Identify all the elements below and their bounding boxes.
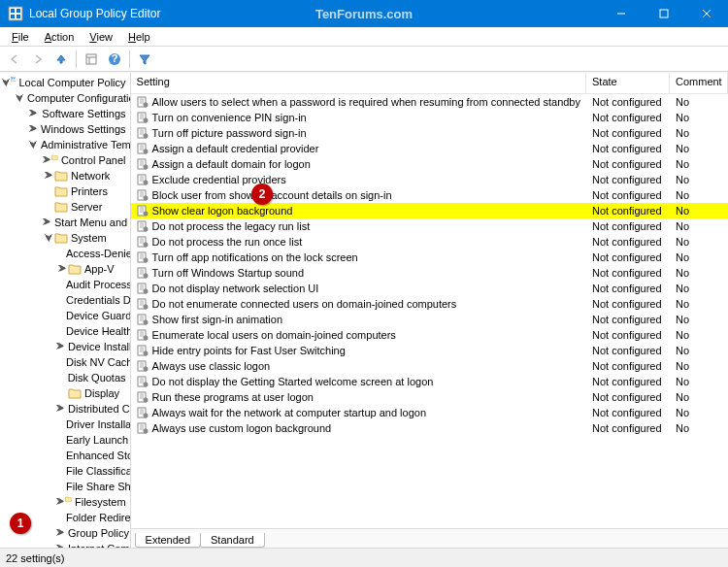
tree-node[interactable]: ▷Device Health Attestation Service bbox=[56, 323, 130, 339]
expand-toggle[interactable]: ⮞ bbox=[56, 342, 65, 351]
expand-toggle[interactable]: ⮞ bbox=[43, 155, 51, 165]
tree-node[interactable]: ⮞Internet Communication Management bbox=[56, 541, 130, 548]
collapse-toggle[interactable]: ⮟ bbox=[16, 93, 24, 103]
svg-rect-16 bbox=[14, 78, 15, 79]
tree-node[interactable]: ▷Driver Installation bbox=[56, 417, 130, 432]
column-setting[interactable]: Setting bbox=[131, 73, 586, 93]
setting-comment: No bbox=[670, 236, 728, 248]
column-state[interactable]: State bbox=[586, 73, 670, 93]
setting-row[interactable]: Assign a default domain for logonNot con… bbox=[131, 156, 728, 172]
menu-help[interactable]: Help bbox=[120, 29, 158, 45]
forward-button[interactable] bbox=[27, 49, 49, 70]
tree-node[interactable]: ▷Printers bbox=[43, 183, 130, 199]
expand-toggle[interactable]: ⮞ bbox=[56, 497, 65, 507]
setting-row[interactable]: Do not process the run once listNot conf… bbox=[131, 234, 728, 250]
tree-node[interactable]: ⮞Software Settings bbox=[29, 106, 130, 121]
help-toolbar-button[interactable]: ? bbox=[104, 49, 125, 70]
tree-node[interactable]: ▷File Classification Infrastructure bbox=[56, 463, 130, 479]
setting-row[interactable]: Do not display network selection UINot c… bbox=[131, 281, 728, 296]
tab-extended[interactable]: Extended bbox=[135, 533, 201, 548]
minimize-button[interactable] bbox=[600, 0, 643, 27]
setting-row[interactable]: Hide entry points for Fast User Switchin… bbox=[131, 343, 728, 358]
setting-name: Do not process the legacy run list bbox=[152, 220, 311, 232]
menu-view[interactable]: View bbox=[82, 29, 120, 45]
tree-pane[interactable]: ⮟Local Computer Policy⮟Computer Configur… bbox=[0, 73, 131, 548]
tree-node-label: Computer Configuration bbox=[27, 92, 131, 104]
setting-row[interactable]: Enumerate local users on domain-joined c… bbox=[131, 327, 728, 343]
tree-node[interactable]: ⮞Device Installation bbox=[56, 339, 130, 354]
setting-row[interactable]: Exclude credential providersNot configur… bbox=[131, 172, 728, 187]
menu-action[interactable]: Action bbox=[37, 29, 83, 45]
show-hide-tree-button[interactable] bbox=[81, 49, 102, 70]
tree-node[interactable]: ⮟System bbox=[43, 230, 130, 246]
setting-row[interactable]: Turn off app notifications on the lock s… bbox=[131, 250, 728, 265]
tree-node[interactable]: ▷Folder Redirection bbox=[56, 510, 130, 525]
folder-icon bbox=[54, 170, 68, 182]
setting-row[interactable]: Always use custom logon backgroundNot co… bbox=[131, 420, 728, 436]
tree-node[interactable]: ⮟Local Computer Policy bbox=[2, 75, 130, 90]
tree-node[interactable]: ⮞Distributed COM bbox=[56, 401, 130, 417]
tree-node[interactable]: ▷Display bbox=[56, 385, 130, 401]
titlebar: Local Group Policy Editor TenForums.com bbox=[0, 0, 728, 27]
setting-row[interactable]: Do not display the Getting Started welco… bbox=[131, 374, 728, 389]
close-button[interactable] bbox=[685, 0, 728, 27]
tree-node[interactable]: ▷Device Guard bbox=[56, 308, 130, 323]
tree-node[interactable]: ▷Enhanced Storage Access bbox=[56, 448, 130, 463]
setting-row[interactable]: Show first sign-in animationNot configur… bbox=[131, 312, 728, 327]
expand-toggle[interactable]: ⮞ bbox=[43, 171, 54, 181]
setting-row[interactable]: Assign a default credential providerNot … bbox=[131, 141, 728, 156]
tree-node[interactable]: ▷File Share Shadow Copy Provider bbox=[56, 479, 130, 494]
status-text: 22 setting(s) bbox=[6, 552, 65, 564]
tree-node[interactable]: ⮟Administrative Templates bbox=[29, 137, 130, 152]
expand-toggle[interactable]: ⮞ bbox=[29, 124, 38, 134]
collapse-toggle[interactable]: ⮟ bbox=[2, 78, 11, 87]
tree-node[interactable]: ▷Credentials Delegation bbox=[56, 292, 130, 308]
expand-toggle[interactable]: ⮞ bbox=[29, 109, 38, 118]
setting-row[interactable]: Always wait for the network at computer … bbox=[131, 405, 728, 420]
tab-standard[interactable]: Standard bbox=[200, 533, 265, 548]
tree-node[interactable]: ▷Early Launch Antimalware bbox=[56, 432, 130, 448]
app-icon bbox=[8, 6, 23, 21]
tree-node[interactable]: ⮟Computer Configuration bbox=[16, 90, 130, 106]
tree-node[interactable]: ⮞App-V bbox=[56, 261, 130, 277]
expand-toggle[interactable]: ⮞ bbox=[56, 404, 65, 414]
tree-node[interactable]: ⮞Control Panel bbox=[43, 152, 130, 168]
svg-point-58 bbox=[143, 212, 148, 217]
up-button[interactable] bbox=[50, 49, 72, 70]
setting-row[interactable]: Show clear logon backgroundNot configure… bbox=[131, 203, 728, 218]
tree-node[interactable]: ▷Disk NV Cache bbox=[56, 354, 130, 370]
tree-node[interactable]: ▷Audit Process Creation bbox=[56, 277, 130, 292]
filter-button[interactable] bbox=[134, 49, 155, 70]
setting-row[interactable]: Run these programs at user logonNot conf… bbox=[131, 389, 728, 405]
setting-row[interactable]: Always use classic logonNot configuredNo bbox=[131, 358, 728, 374]
menu-file[interactable]: File bbox=[4, 29, 37, 45]
expand-toggle[interactable]: ⮞ bbox=[56, 528, 65, 538]
collapse-toggle[interactable]: ⮟ bbox=[29, 140, 38, 150]
tree-node[interactable]: ⮞Group Policy bbox=[56, 525, 130, 541]
tree-node[interactable]: ▷Disk Quotas bbox=[56, 370, 130, 385]
column-comment[interactable]: Comment bbox=[670, 73, 728, 93]
expand-toggle[interactable]: ⮞ bbox=[56, 544, 65, 548]
setting-row[interactable]: Do not process the legacy run listNot co… bbox=[131, 218, 728, 234]
tree-node[interactable]: ⮞Windows Settings bbox=[29, 121, 130, 137]
tree-node[interactable]: ⮞Network bbox=[43, 168, 130, 183]
list-body[interactable]: Allow users to select when a password is… bbox=[131, 94, 728, 528]
folder-icon bbox=[54, 201, 68, 213]
tree-node[interactable]: ⮞Filesystem bbox=[56, 494, 130, 510]
back-button[interactable] bbox=[4, 49, 25, 70]
maximize-button[interactable] bbox=[643, 0, 685, 27]
tree-node-label: System bbox=[71, 232, 107, 244]
tree-node[interactable]: ⮞Start Menu and Taskbar bbox=[43, 215, 130, 230]
setting-row[interactable]: Do not enumerate connected users on doma… bbox=[131, 296, 728, 312]
setting-state: Not configured bbox=[586, 236, 670, 248]
setting-row[interactable]: Turn on convenience PIN sign-inNot confi… bbox=[131, 110, 728, 125]
collapse-toggle[interactable]: ⮟ bbox=[43, 233, 54, 243]
tree-node[interactable]: ▷Access-Denied Assistance bbox=[56, 246, 130, 261]
setting-row[interactable]: Turn off Windows Startup soundNot config… bbox=[131, 265, 728, 281]
setting-row[interactable]: Block user from showing account details … bbox=[131, 187, 728, 203]
setting-row[interactable]: Turn off picture password sign-inNot con… bbox=[131, 125, 728, 141]
expand-toggle[interactable]: ⮞ bbox=[43, 217, 51, 227]
tree-node[interactable]: ▷Server bbox=[43, 199, 130, 215]
setting-row[interactable]: Allow users to select when a password is… bbox=[131, 94, 728, 110]
expand-toggle[interactable]: ⮞ bbox=[56, 264, 68, 274]
